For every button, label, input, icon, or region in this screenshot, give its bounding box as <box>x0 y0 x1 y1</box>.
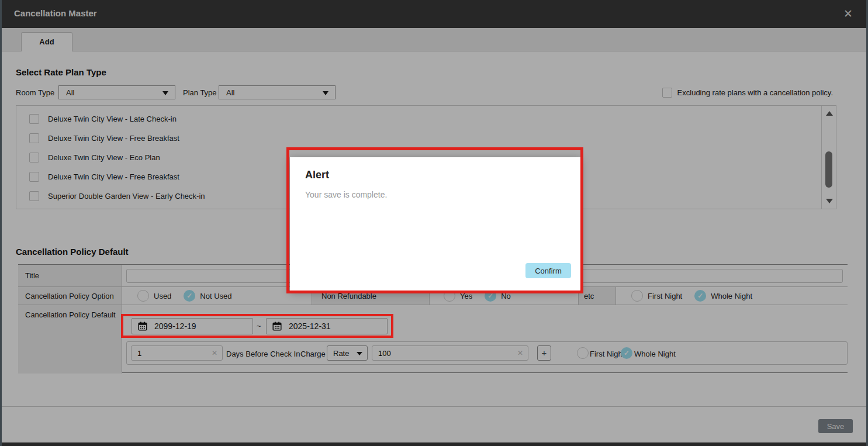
cancellation-master-window: Cancellation Master Add Select Rate Plan… <box>0 0 868 446</box>
alert-title: Alert <box>305 169 329 181</box>
confirm-button[interactable]: Confirm <box>525 263 571 278</box>
alert-message: Your save is complete. <box>305 190 387 199</box>
alert-dialog: Alert Your save is complete. Confirm <box>290 157 580 291</box>
